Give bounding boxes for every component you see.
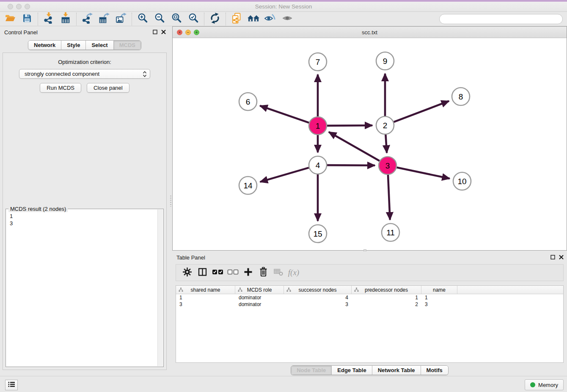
edge-2-8[interactable] [394,101,449,122]
zoom-out-button[interactable] [151,12,168,26]
run-mcds-button[interactable]: Run MCDS [40,83,81,93]
table-row[interactable]: 3dominator323 [176,301,563,308]
table-cell[interactable]: 4 [284,295,352,301]
tab-mcds[interactable]: MCDS [114,41,141,50]
status-bar: Memory [0,376,567,392]
zoom-selected-button[interactable] [185,12,202,26]
zoom-in-button[interactable] [134,12,151,26]
table-cell[interactable]: dominator [235,295,284,301]
show-all-button[interactable] [279,12,296,26]
delete-entry-button[interactable] [256,266,271,279]
add-entry-button[interactable] [240,266,256,279]
graph-node-3[interactable]: 3 [379,157,396,174]
clone-network-button[interactable] [228,12,245,26]
zoom-in-icon [138,13,148,25]
network-canvas[interactable]: 7968124314101511 [173,38,567,250]
graph-node-7[interactable]: 7 [309,53,327,71]
graph-node-8[interactable]: 8 [452,88,470,105]
search-input[interactable] [439,14,563,24]
table-settings-button[interactable] [179,266,195,279]
column-label: MCDS role [247,287,272,293]
network-view-title: scc.txt [173,29,567,36]
vertical-splitter[interactable] [169,26,172,373]
hide-selected-button[interactable] [262,12,279,26]
export-network-button[interactable] [79,12,96,26]
memory-button[interactable]: Memory [525,379,564,390]
column-header-shared-name[interactable]: shared name [176,286,235,294]
graph-node-9[interactable]: 9 [376,52,394,70]
tab-node-table[interactable]: Node Table [291,366,332,375]
edge-2-3[interactable] [385,135,387,153]
export-image-button[interactable] [113,12,129,26]
edge-3-10[interactable] [397,168,450,179]
table-cell[interactable]: 3 [284,301,352,307]
select-all-icon [212,268,223,277]
tab-motifs[interactable]: Motifs [421,366,448,375]
table-cell[interactable]: 3 [421,301,457,307]
deselect-all-icon [227,268,239,277]
close-panel-button[interactable]: Close panel [87,83,129,93]
edge-4-3[interactable] [327,165,375,166]
open-session-button[interactable] [2,12,19,26]
first-neighbors-button[interactable] [245,12,262,26]
show-columns-button[interactable] [195,266,210,279]
column-header-name[interactable]: name [421,286,457,294]
edge-3-1[interactable] [329,132,380,161]
tree-icon [354,287,359,293]
table-cell[interactable]: 1 [421,295,457,301]
graph-node-6[interactable]: 6 [239,93,257,110]
table-cell[interactable]: dominator [235,301,284,307]
import-table-button[interactable] [57,12,74,26]
select-all-button[interactable] [210,266,225,279]
table-cell[interactable]: 1 [352,295,421,301]
network-view-window: × − + scc.txt 7968124314101511 [172,26,567,251]
tab-edge-table[interactable]: Edge Table [332,366,372,375]
result-scrollbar[interactable] [157,210,163,366]
export-table-button[interactable] [96,12,113,26]
optimization-criterion-dropdown[interactable]: strongly connected component [19,69,150,79]
node-table[interactable]: shared nameMCDS rolesuccessor nodesprede… [176,285,564,363]
main-toolbar [0,12,567,26]
save-session-button[interactable] [19,12,36,26]
tab-network[interactable]: Network [28,41,61,50]
network-window-titlebar[interactable]: × − + scc.txt [173,27,567,38]
graph-node-14[interactable]: 14 [239,177,257,194]
close-panel-icon[interactable] [161,29,166,34]
graph-node-2[interactable]: 2 [376,116,394,134]
tab-network-table[interactable]: Network Table [372,366,421,375]
mcds-result-box: MCDS result (2 nodes) 1 3 [6,209,164,367]
table-header-row: shared nameMCDS rolesuccessor nodesprede… [176,286,563,294]
column-header-mcds-role[interactable]: MCDS role [235,286,284,294]
graph-node-1[interactable]: 1 [309,117,327,135]
fx-icon: f(x) [288,268,299,277]
float-panel-icon[interactable] [152,29,157,34]
control-panel-tabs: NetworkStyleSelectMCDS [28,40,141,50]
svg-text:7: 7 [316,58,320,66]
table-panel-title: Table Panel [176,254,205,261]
delete-table-button[interactable] [271,266,286,279]
tab-style[interactable]: Style [61,41,86,50]
table-cell[interactable]: 2 [352,301,421,307]
edge-3-11[interactable] [388,175,390,220]
edge-1-2[interactable] [327,125,372,126]
edge-1-6[interactable] [260,106,309,123]
graph-node-15[interactable]: 15 [309,225,327,243]
task-history-button[interactable] [5,380,18,390]
table-cell[interactable]: 3 [176,301,235,307]
column-header-successor-nodes[interactable]: successor nodes [284,286,352,294]
deselect-all-button[interactable] [225,266,240,279]
function-builder-button[interactable]: f(x) [286,266,301,279]
column-header-predecessor-nodes[interactable]: predecessor nodes [352,286,421,294]
close-table-panel-icon[interactable] [559,254,564,259]
import-network-button[interactable] [40,12,57,26]
graph-node-10[interactable]: 10 [453,172,471,190]
edge-4-14[interactable] [260,168,309,182]
zoom-fit-button[interactable] [168,12,185,26]
float-table-panel-icon[interactable] [550,254,555,259]
table-cell[interactable]: 1 [176,295,235,301]
refresh-layout-button[interactable] [206,12,223,26]
table-row[interactable]: 1dominator411 [176,294,563,301]
graph-node-4[interactable]: 4 [309,156,327,174]
tab-select[interactable]: Select [86,41,113,50]
graph-node-11[interactable]: 11 [382,224,399,241]
